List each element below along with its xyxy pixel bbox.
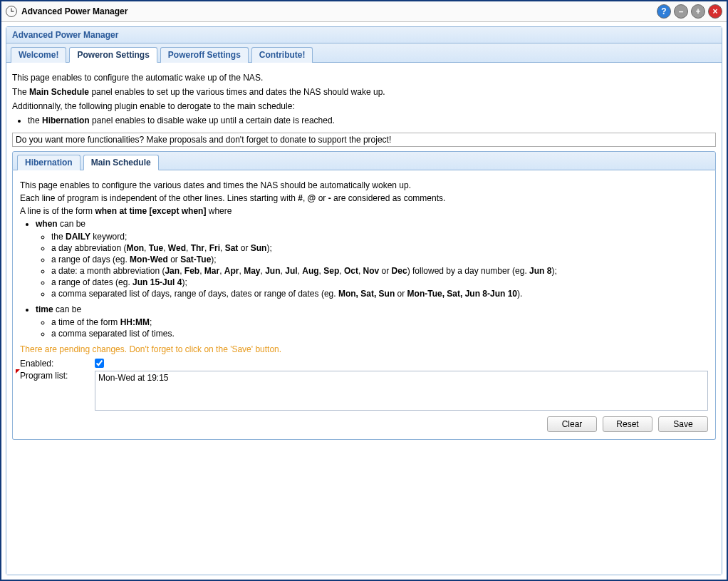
- program-list-label: Program list:: [20, 371, 68, 381]
- subtab-main-schedule[interactable]: Main Schedule: [83, 155, 159, 170]
- intro-plugin-item: the Hibernation panel enables to disable…: [28, 115, 716, 125]
- dirty-marker-icon: [16, 369, 20, 374]
- help-line-overview: This page enables to configure the vario…: [20, 180, 708, 190]
- help-line-form: A line is of the form when at time [exce…: [20, 206, 708, 216]
- program-list-input[interactable]: [95, 371, 708, 411]
- subtab-hibernation[interactable]: Hibernation: [17, 155, 80, 170]
- pending-changes-warning: There are pending changes. Don't forget …: [20, 344, 708, 354]
- tab-poweron-settings[interactable]: Poweron Settings: [69, 47, 157, 63]
- reset-button[interactable]: Reset: [603, 416, 652, 432]
- intro-line-1: This page enables to configure the autom…: [12, 73, 716, 83]
- enabled-label: Enabled:: [20, 359, 95, 369]
- app-icon: [6, 6, 17, 17]
- close-button[interactable]: ×: [708, 4, 722, 19]
- panel-title: Advanced Power Manager: [6, 27, 722, 43]
- window-title: Advanced Power Manager: [21, 6, 128, 16]
- help-line-comments: Each line of program is independent of t…: [20, 193, 708, 203]
- help-when: when can be the DAILY keyword; a day abb…: [36, 219, 708, 299]
- help-button[interactable]: ?: [657, 4, 671, 19]
- main-schedule-panel: This page enables to configure the vario…: [12, 170, 716, 440]
- window-titlebar: Advanced Power Manager ? – + ×: [1, 1, 727, 22]
- help-time: time can be a time of the form HH:MM; a …: [36, 304, 708, 339]
- intro-line-3: Additionnally, the following plugin enab…: [12, 101, 716, 111]
- tab-poweroff-settings[interactable]: Poweroff Settings: [160, 47, 249, 63]
- minimize-button[interactable]: –: [674, 4, 688, 19]
- intro-line-2: The Main Schedule panel enables to set u…: [12, 87, 716, 97]
- maximize-button[interactable]: +: [691, 4, 705, 19]
- enabled-checkbox[interactable]: [95, 359, 104, 368]
- intro-block: This page enables to configure the autom…: [12, 73, 716, 125]
- functionalities-box: Do you want more functionalities? Make p…: [12, 133, 716, 147]
- clear-button[interactable]: Clear: [547, 416, 597, 432]
- tab-welcome[interactable]: Welcome!: [11, 47, 66, 63]
- tab-contribute[interactable]: Contribute!: [251, 47, 313, 63]
- save-button[interactable]: Save: [658, 416, 708, 432]
